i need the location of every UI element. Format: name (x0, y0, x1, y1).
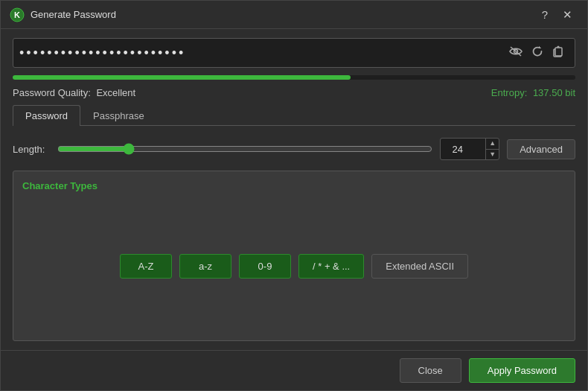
refresh-icon (531, 47, 543, 60)
tab-passphrase[interactable]: Passphrase (80, 105, 157, 126)
char-types-section: Character Types A-Z a-z 0-9 / * + & ... … (13, 171, 575, 341)
dialog-body: Password Quality: Excellent Entropy: 137… (1, 29, 587, 350)
tab-content-password: Length: 24 ▲ ▼ Advanced Character Types … (13, 135, 575, 341)
char-btn-az-upper[interactable]: A-Z (120, 254, 172, 279)
quality-bar-container (13, 75, 575, 80)
length-label: Length: (13, 144, 50, 155)
char-btn-extended-ascii[interactable]: Extended ASCII (371, 254, 468, 279)
app-icon: K (10, 7, 25, 22)
title-bar-left: K Generate Password (10, 7, 116, 22)
title-bar: K Generate Password ? ✕ (1, 1, 587, 29)
length-decrement-button[interactable]: ▼ (486, 150, 499, 160)
quality-bar (13, 75, 351, 80)
svg-text:K: K (14, 10, 20, 19)
refresh-button[interactable] (527, 42, 548, 63)
length-spinbox: 24 ▲ ▼ (440, 138, 499, 160)
length-spin-buttons: ▲ ▼ (485, 139, 499, 159)
clipboard-icon (552, 47, 564, 60)
char-btn-09[interactable]: 0-9 (239, 254, 291, 279)
char-buttons-row: A-Z a-z 0-9 / * + & ... Extended ASCII (22, 239, 566, 293)
svg-rect-5 (555, 48, 562, 56)
title-bar-controls: ? ✕ (536, 7, 578, 23)
tab-password[interactable]: Password (13, 105, 80, 126)
advanced-button[interactable]: Advanced (507, 139, 575, 159)
char-btn-special[interactable]: / * + & ... (298, 254, 364, 279)
dialog-title: Generate Password (31, 9, 116, 20)
length-input[interactable]: 24 (441, 139, 485, 159)
close-window-button[interactable]: ✕ (557, 7, 578, 23)
help-button[interactable]: ? (536, 7, 554, 22)
char-btn-az-lower[interactable]: a-z (179, 254, 231, 279)
svg-marker-4 (539, 46, 541, 48)
apply-password-button[interactable]: Apply Password (469, 358, 575, 383)
length-increment-button[interactable]: ▲ (486, 139, 499, 150)
length-slider[interactable] (57, 143, 432, 155)
toggle-visibility-button[interactable] (505, 43, 527, 63)
tabs: Password Passphrase (13, 104, 575, 126)
length-row: Length: 24 ▲ ▼ Advanced (13, 135, 575, 163)
eye-icon (509, 46, 523, 59)
dialog-footer: Close Apply Password (1, 350, 587, 390)
quality-row: Password Quality: Excellent Entropy: 137… (13, 87, 575, 98)
quality-label: Password Quality: Excellent (13, 87, 135, 98)
char-types-title: Character Types (22, 180, 566, 191)
password-input[interactable] (19, 45, 505, 61)
password-input-container (13, 38, 575, 68)
generate-password-dialog: K Generate Password ? ✕ (0, 0, 588, 391)
close-button[interactable]: Close (400, 358, 461, 383)
entropy-label: Entropy: 137.50 bit (491, 87, 575, 98)
clipboard-button[interactable] (548, 42, 569, 63)
